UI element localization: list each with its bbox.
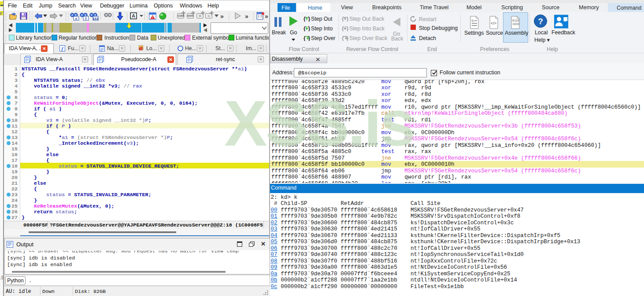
svg-text:{: { — [303, 16, 306, 22]
svg-text:}: } — [346, 16, 349, 22]
svg-text:101: 101 — [93, 17, 99, 21]
svg-text:{: { — [341, 16, 344, 22]
svg-text:?: ? — [538, 17, 543, 26]
svg-text:!: ! — [152, 16, 153, 19]
svg-text:#: # — [75, 17, 78, 21]
svg-text:}: } — [307, 16, 311, 22]
svg-text:T: T — [85, 17, 87, 21]
svg-text:</>: </> — [491, 21, 496, 26]
svg-text:1010: 1010 — [512, 23, 519, 26]
svg-text:0110: 0110 — [512, 19, 519, 22]
